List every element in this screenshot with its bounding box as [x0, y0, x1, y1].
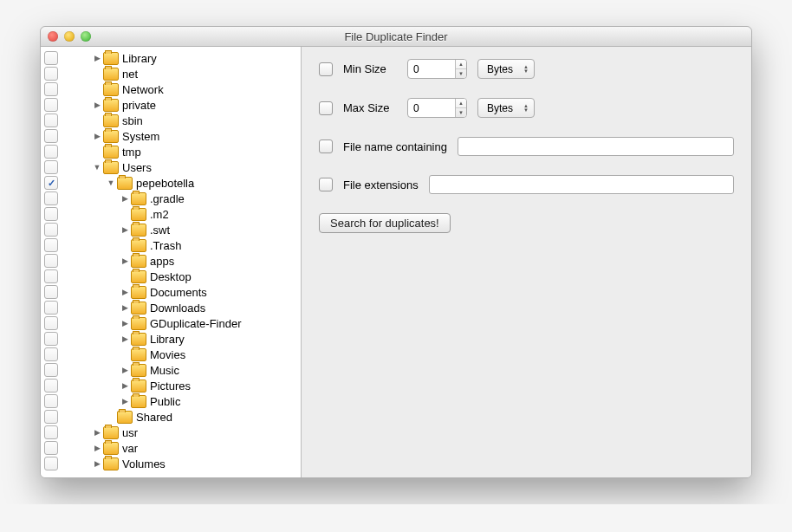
folder-icon — [131, 380, 146, 393]
tree-row[interactable]: ▶Pictures — [41, 378, 301, 393]
max-size-unit-select[interactable]: Bytes ▲▼ — [477, 98, 535, 118]
tree-row[interactable]: ▶Network — [41, 81, 301, 97]
chevron-down-icon[interactable]: ▼ — [93, 163, 101, 172]
chevron-right-icon[interactable]: ▶ — [120, 303, 129, 312]
tree-row[interactable]: ▶Shared — [41, 409, 301, 425]
tree-checkbox[interactable] — [44, 207, 58, 221]
tree-checkbox[interactable] — [44, 191, 58, 205]
tree-row[interactable]: ▶Public — [41, 393, 301, 409]
filename-input[interactable] — [458, 137, 734, 156]
close-window-button[interactable] — [48, 31, 58, 42]
chevron-right-icon[interactable]: ▶ — [93, 101, 101, 109]
tree-checkbox[interactable] — [44, 82, 58, 96]
tree-checkbox[interactable] — [44, 457, 58, 470]
tree-checkbox[interactable] — [44, 223, 58, 237]
chevron-right-icon[interactable]: ▶ — [120, 366, 129, 374]
tree-row[interactable]: ▶Movies — [41, 347, 301, 362]
tree-checkbox[interactable] — [44, 98, 58, 112]
chevron-right-icon[interactable]: ▶ — [93, 132, 101, 140]
tree-row[interactable]: ▶.m2 — [41, 206, 301, 222]
tree-row[interactable]: ▶net — [41, 66, 301, 81]
search-button[interactable]: Search for duplicates! — [319, 213, 451, 233]
tree-row[interactable]: ▶System — [41, 128, 301, 144]
tree-row[interactable]: ▶sbin — [41, 113, 301, 128]
tree-checkbox[interactable] — [44, 301, 58, 315]
tree-row[interactable]: ▼Users — [41, 159, 301, 175]
chevron-right-icon[interactable]: ▶ — [120, 256, 129, 265]
tree-row[interactable]: ▶Documents — [41, 284, 301, 300]
tree-item-label: Movies — [150, 348, 185, 361]
tree-checkbox[interactable] — [44, 316, 58, 330]
chevron-right-icon[interactable]: ▶ — [120, 334, 129, 343]
tree-checkbox[interactable] — [44, 51, 58, 65]
tree-row[interactable]: ▶.gradle — [41, 191, 301, 206]
max-size-input[interactable] — [408, 99, 455, 117]
tree-row[interactable]: ▶apps — [41, 253, 301, 269]
minimize-window-button[interactable] — [64, 31, 75, 42]
tree-row[interactable]: ▶Library — [41, 331, 301, 347]
min-size-unit-select[interactable]: Bytes ▲▼ — [477, 59, 535, 79]
tree-checkbox[interactable] — [44, 394, 58, 408]
tree-checkbox[interactable] — [44, 176, 58, 190]
tree-checkbox[interactable] — [44, 238, 58, 252]
tree-checkbox[interactable] — [44, 363, 58, 377]
min-size-stepper[interactable]: ▲ ▼ — [455, 60, 466, 78]
chevron-right-icon[interactable]: ▶ — [93, 444, 101, 452]
tree-checkbox[interactable] — [44, 129, 58, 143]
chevron-right-icon[interactable]: ▶ — [120, 397, 129, 405]
tree-row[interactable]: ▶Desktop — [41, 269, 301, 284]
chevron-right-icon[interactable]: ▶ — [120, 194, 129, 203]
tree-row[interactable]: ▶tmp — [41, 144, 301, 159]
extensions-input[interactable] — [429, 175, 734, 194]
tree-item-label: Volumes — [122, 457, 166, 470]
tree-checkbox[interactable] — [44, 425, 58, 439]
tree-row[interactable]: ▶.Trash — [41, 237, 301, 253]
folder-tree-sidebar[interactable]: ▶Library▶net▶Network▶private▶sbin▶System… — [41, 47, 302, 477]
max-size-checkbox[interactable] — [319, 101, 333, 115]
tree-row[interactable]: ▶Library — [41, 50, 301, 66]
tree-row[interactable]: ▶usr — [41, 425, 301, 440]
chevron-right-icon[interactable]: ▶ — [93, 459, 101, 468]
tree-checkbox[interactable] — [44, 441, 58, 455]
min-size-checkbox[interactable] — [319, 62, 333, 76]
tree-item-label: sbin — [122, 114, 143, 127]
tree-row[interactable]: ▶Downloads — [41, 300, 301, 315]
tree-row[interactable]: ▶var — [41, 440, 301, 456]
tree-row[interactable]: ▶private — [41, 97, 301, 113]
chevron-right-icon[interactable]: ▶ — [93, 54, 101, 62]
tree-checkbox[interactable] — [44, 254, 58, 268]
tree-checkbox[interactable] — [44, 114, 58, 127]
max-size-stepper[interactable]: ▲ ▼ — [455, 99, 466, 117]
extensions-checkbox[interactable] — [319, 178, 333, 191]
tree-checkbox[interactable] — [44, 410, 58, 424]
tree-checkbox[interactable] — [44, 347, 58, 361]
stepper-up-icon[interactable]: ▲ — [456, 99, 466, 108]
filename-checkbox[interactable] — [319, 139, 333, 153]
folder-icon — [131, 239, 146, 252]
tree-checkbox[interactable] — [44, 379, 58, 393]
chevron-right-icon[interactable]: ▶ — [120, 319, 129, 328]
tree-checkbox[interactable] — [44, 145, 58, 159]
tree-row[interactable]: ▶Volumes — [41, 456, 301, 471]
stepper-down-icon[interactable]: ▼ — [456, 69, 466, 78]
tree-row[interactable]: ▶.swt — [41, 222, 301, 237]
stepper-up-icon[interactable]: ▲ — [456, 60, 466, 69]
stepper-down-icon[interactable]: ▼ — [456, 108, 466, 117]
chevron-right-icon[interactable]: ▶ — [120, 381, 129, 390]
chevron-down-icon[interactable]: ▼ — [107, 178, 115, 187]
chevron-right-icon[interactable]: ▶ — [120, 225, 129, 234]
zoom-window-button[interactable] — [81, 31, 91, 42]
tree-row[interactable]: ▶Music — [41, 362, 301, 378]
tree-row[interactable]: ▶GDuplicate-Finder — [41, 315, 301, 331]
min-size-input[interactable] — [408, 60, 455, 78]
chevron-right-icon[interactable]: ▶ — [120, 288, 129, 296]
chevron-right-icon[interactable]: ▶ — [93, 428, 101, 437]
tree-checkbox[interactable] — [44, 160, 58, 174]
tree-checkbox[interactable] — [44, 285, 58, 299]
tree-checkbox[interactable] — [44, 67, 58, 81]
tree-checkbox[interactable] — [44, 269, 58, 283]
tree-checkbox[interactable] — [44, 332, 58, 346]
tree-item-label: Network — [122, 83, 164, 96]
tree-item-label: Library — [122, 52, 157, 65]
tree-row[interactable]: ▼pepebotella — [41, 175, 301, 191]
